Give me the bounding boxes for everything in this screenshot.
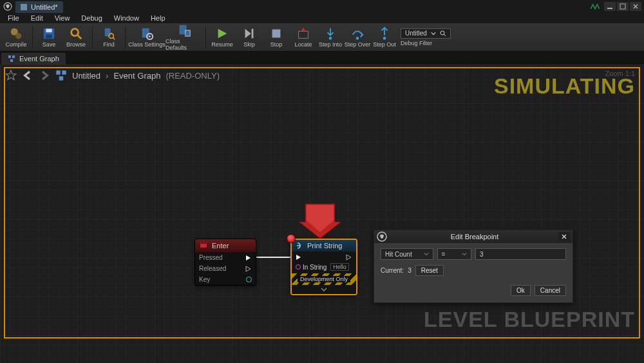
chevron-down-icon xyxy=(320,287,328,292)
menubar: File Edit View Debug Window Help xyxy=(0,13,644,23)
operator-dropdown[interactable]: = xyxy=(437,248,471,260)
value-input[interactable] xyxy=(475,248,566,260)
svg-rect-1 xyxy=(607,8,612,9)
toolbar: Compile Save Browse Find Class Settings … xyxy=(0,23,644,52)
minimize-button[interactable] xyxy=(604,2,616,11)
svg-rect-32 xyxy=(200,244,207,248)
locate-button[interactable]: Locate xyxy=(290,25,317,50)
step-over-icon xyxy=(350,26,365,41)
step-out-icon xyxy=(377,26,392,41)
stop-button[interactable]: Stop xyxy=(263,25,290,50)
menu-edit[interactable]: Edit xyxy=(26,14,48,23)
breadcrumb-blueprint[interactable]: Untitled xyxy=(72,71,100,81)
svg-rect-27 xyxy=(12,55,15,58)
pin-in-string[interactable]: In String Hello xyxy=(292,262,356,272)
svg-rect-13 xyxy=(142,28,149,38)
graph-icon xyxy=(8,55,15,63)
document-tab-label: Untitled* xyxy=(31,3,58,11)
step-into-icon xyxy=(323,26,337,41)
titlebar: Untitled* xyxy=(0,0,644,13)
chevron-down-icon xyxy=(424,251,429,257)
exec-wire xyxy=(256,257,295,258)
svg-point-15 xyxy=(149,35,151,37)
step-over-button[interactable]: Step Over xyxy=(344,25,371,50)
dialog-close-button[interactable] xyxy=(558,232,570,241)
save-button[interactable]: Save xyxy=(35,25,62,50)
maximize-button[interactable] xyxy=(617,2,629,11)
cancel-button[interactable]: Cancel xyxy=(535,285,566,296)
menu-window[interactable]: Window xyxy=(109,14,144,23)
dialog-titlebar[interactable]: Edit Breakpoint xyxy=(374,230,573,243)
svg-rect-18 xyxy=(252,29,254,39)
svg-rect-10 xyxy=(105,28,111,37)
ok-button[interactable]: Ok xyxy=(511,285,531,296)
pin-exec[interactable] xyxy=(292,253,356,262)
node-input-enter[interactable]: Enter Pressed Released Key xyxy=(194,239,256,286)
resume-button[interactable]: Resume xyxy=(209,25,236,50)
svg-rect-20 xyxy=(299,31,308,38)
class-settings-icon xyxy=(140,26,154,41)
reset-button[interactable]: Reset xyxy=(415,265,444,276)
nav-forward-icon[interactable] xyxy=(39,70,50,81)
pin-key[interactable]: Key xyxy=(195,274,256,285)
svg-rect-26 xyxy=(8,55,11,58)
source-control-icon[interactable] xyxy=(589,1,601,12)
level-blueprint-watermark: LEVEL BLUEPRINT xyxy=(424,307,635,332)
browse-button[interactable]: Browse xyxy=(62,25,90,50)
svg-line-12 xyxy=(113,37,115,39)
favorite-star-icon[interactable] xyxy=(5,70,17,81)
svg-rect-19 xyxy=(272,30,281,38)
exec-pin-icon[interactable] xyxy=(245,255,252,261)
exec-pin-out-icon[interactable] xyxy=(346,254,352,260)
node-expand-toggle[interactable] xyxy=(292,285,356,294)
graph-home-icon[interactable] xyxy=(55,70,67,81)
debug-filter-dropdown[interactable]: Untitled xyxy=(401,28,451,39)
graph-canvas[interactable]: Untitled › Event Graph (READ-ONLY) Zoom … xyxy=(0,64,644,363)
tab-event-graph[interactable]: Event Graph xyxy=(1,53,66,64)
breadcrumb-graph[interactable]: Event Graph xyxy=(113,71,160,81)
document-tab[interactable]: Untitled* xyxy=(15,1,63,13)
svg-point-23 xyxy=(383,37,386,40)
exec-pin-in-icon[interactable] xyxy=(296,254,302,260)
condition-dropdown[interactable]: Hit Count xyxy=(381,248,433,260)
data-pin-icon[interactable] xyxy=(246,277,252,282)
resume-icon xyxy=(215,26,229,41)
step-into-button[interactable]: Step Into xyxy=(317,25,344,50)
menu-view[interactable]: View xyxy=(50,14,75,23)
breadcrumb: Untitled › Event Graph (READ-ONLY) xyxy=(5,70,220,81)
breadcrumb-sep: › xyxy=(106,71,108,81)
node-header: Print String xyxy=(292,240,356,251)
find-button[interactable]: Find xyxy=(95,25,122,50)
debug-execution-arrow-icon xyxy=(298,202,343,240)
menu-file[interactable]: File xyxy=(3,14,24,23)
locate-icon xyxy=(296,26,310,41)
string-pin-icon[interactable] xyxy=(296,264,301,270)
step-out-button[interactable]: Step Out xyxy=(371,25,398,50)
class-defaults-button[interactable]: Class Defaults xyxy=(166,25,203,50)
nav-back-icon[interactable] xyxy=(22,70,33,81)
class-settings-button[interactable]: Class Settings xyxy=(128,25,166,50)
node-print-string[interactable]: Print String In String Hello Development… xyxy=(290,239,357,295)
menu-debug[interactable]: Debug xyxy=(76,14,107,23)
pin-released[interactable]: Released xyxy=(195,263,256,274)
pin-pressed[interactable]: Pressed xyxy=(195,252,256,263)
debug-filter: Untitled Debug Filter xyxy=(401,25,451,50)
ue-logo-icon xyxy=(377,231,387,242)
exec-pin-icon[interactable] xyxy=(245,266,252,272)
search-icon xyxy=(440,30,446,37)
compile-icon xyxy=(9,26,23,41)
edit-breakpoint-dialog: Edit Breakpoint Hit Count = Current: 3 xyxy=(374,230,573,303)
compile-button[interactable]: Compile xyxy=(3,25,30,50)
svg-rect-2 xyxy=(620,4,625,9)
breakpoint-marker-icon[interactable] xyxy=(287,234,296,243)
debug-filter-label: Debug Filter xyxy=(401,40,432,46)
svg-point-22 xyxy=(356,37,359,40)
close-icon xyxy=(561,233,567,240)
stop-icon xyxy=(269,26,283,41)
input-event-icon xyxy=(199,241,208,250)
close-button[interactable] xyxy=(630,2,641,11)
string-default-value[interactable]: Hello xyxy=(330,263,349,271)
menu-help[interactable]: Help xyxy=(146,14,171,23)
skip-button[interactable]: Skip xyxy=(236,25,263,50)
node-header: Enter xyxy=(195,239,256,252)
